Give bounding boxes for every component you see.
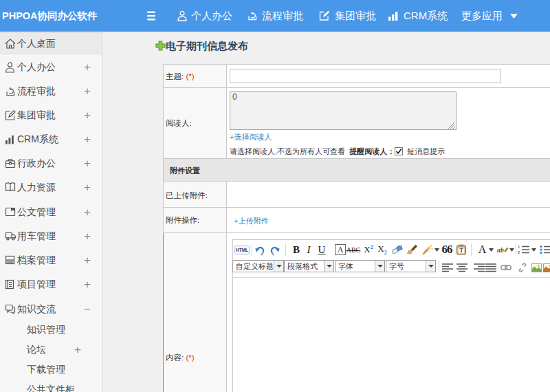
- svg-text:1: 1: [518, 245, 520, 249]
- svg-text:ab: ab: [497, 246, 504, 254]
- svg-text:2: 2: [518, 250, 520, 254]
- svg-text:T: T: [459, 247, 463, 254]
